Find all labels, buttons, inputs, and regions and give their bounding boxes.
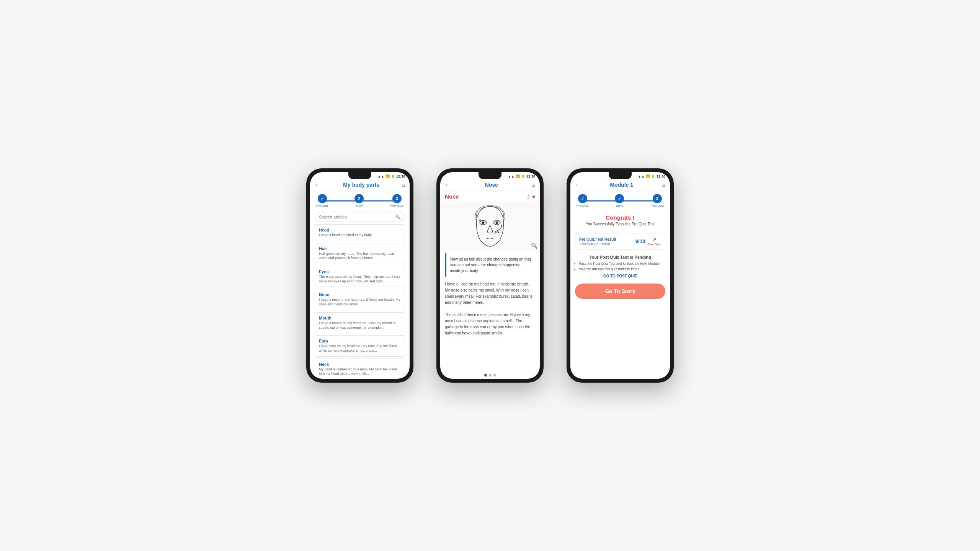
article-desc-eyes: There are eyes on my head. They help me … <box>319 275 401 284</box>
pending-item-1: Pass the Post Quiz Test and Unlock the N… <box>579 262 665 266</box>
back-button-2[interactable]: ← <box>445 181 451 188</box>
article-list: Head I have a head attached to my body. … <box>310 224 410 379</box>
step-circle-postquiz-3: 3 <box>653 194 662 203</box>
step-label-postquiz-1: Post Quiz <box>390 204 403 207</box>
article-hair[interactable]: Hair Hair grows on my head. The hair mak… <box>315 243 405 264</box>
score: 9/10 <box>635 238 645 244</box>
phone-1: ▲▲ 📶 🔋 12:30 ← My body parts ⌂ ✓ Pre Q <box>306 168 413 383</box>
search-bar[interactable]: 🔍 <box>315 212 405 222</box>
article-nose[interactable]: Nose I have a nose on my head too. It he… <box>315 289 405 310</box>
wifi-icon-3: 📶 <box>646 174 650 178</box>
time-1: 12:30 <box>396 174 405 178</box>
signal-icon-3: ▲▲ <box>638 174 645 178</box>
quiz-result-meta: 1 attempts | ✔ Passed <box>579 242 616 246</box>
article-desc-head: I have a head attached to my body. <box>319 233 401 238</box>
signal-icon: ▲▲ <box>377 174 384 178</box>
step-label-story-1: Story <box>356 204 363 207</box>
pending-title: Your Post Quiz Test is Pending <box>575 255 665 259</box>
article-desc-neck: My head is connected to a neck. My neck … <box>319 367 401 376</box>
step-label-postquiz-3: Post Quiz <box>650 204 664 207</box>
phone-1-screen: ▲▲ 📶 🔋 12:30 ← My body parts ⌂ ✓ Pre Q <box>310 172 410 379</box>
back-button-3[interactable]: ← <box>575 181 581 188</box>
article-title-head: Head <box>319 228 401 232</box>
quote-text: Now let us talk about the changes going … <box>450 257 531 273</box>
article-mouth[interactable]: Mouth I have a mouth on my head too. I u… <box>315 312 405 333</box>
congrats-title: Congrats ! <box>575 214 665 221</box>
article-ears[interactable]: Ears I have ears on my head too. My ears… <box>315 335 405 356</box>
status-icons-3: ▲▲ 📶 🔋 12:30 <box>638 174 665 178</box>
wifi-icon: 📶 <box>385 174 390 178</box>
nose-illustration <box>467 204 513 248</box>
phone-1-header: ← My body parts ⌂ <box>310 179 410 191</box>
article-desc-hair: Hair grows on my head. The hair makes my… <box>319 252 401 261</box>
article-title-ears: Ears <box>319 339 401 343</box>
article-desc-ears: I have ears on my head too. My ears help… <box>319 344 401 353</box>
article-title-hair: Hair <box>319 246 401 251</box>
quiz-result-left: Pre Quiz Test Result 1 attempts | ✔ Pass… <box>579 237 616 246</box>
story-para-1: I have a nose on my head too. It helps m… <box>445 281 535 306</box>
article-title-mouth: Mouth <box>319 316 401 320</box>
nose-article-title: Nose <box>445 193 459 200</box>
phone-notch-1 <box>348 172 371 179</box>
article-eyes[interactable]: Eyes There are eyes on my head. They hel… <box>315 266 405 287</box>
step-prequiz-1: ✓ Pre Quiz <box>316 194 328 207</box>
battery-icon-2: 🔋 <box>521 174 525 178</box>
quiz-result-label: Pre Quiz Test Result <box>579 237 616 241</box>
phone-1-title: My body parts <box>343 182 379 188</box>
congrats-sub: You Successfully Pass the Pre Quiz Test <box>575 222 665 226</box>
time-2: 12:30 <box>526 174 535 178</box>
passed-badge: ✔ Passed <box>596 242 610 246</box>
time-3: 12:30 <box>657 174 665 178</box>
share-icon[interactable]: ⤴ <box>527 194 530 200</box>
dot-2 <box>489 374 492 377</box>
nose-title-row: Nose ⤴ ♥ <box>440 191 540 201</box>
quiz-result-right: 9/10 ↗ Take Quiz <box>635 236 661 246</box>
step-label-prequiz-3: Pre Quiz <box>577 204 588 207</box>
article-title-nose: Nose <box>319 292 401 297</box>
congrats-section: Congrats ! You Successfully Pass the Pre… <box>570 210 670 230</box>
phone-3: ▲▲ 📶 🔋 12:30 ← Module 1 ⌂ ✓ Pre Quiz <box>567 168 674 383</box>
progress-section-1: ✓ Pre Quiz 2 Story 3 Post Quiz <box>310 191 410 210</box>
phones-container: ▲▲ 📶 🔋 12:30 ← My body parts ⌂ ✓ Pre Q <box>306 168 674 383</box>
dot-3 <box>493 374 496 377</box>
zoom-icon[interactable]: 🔍 <box>531 243 537 249</box>
story-para-2: The smell of these meals pleases me. But… <box>445 312 535 336</box>
step-circle-story-1: 2 <box>354 194 364 203</box>
phone-notch-3 <box>609 172 632 179</box>
phone-3-title: Module 1 <box>610 182 633 188</box>
progress-bar-3: ✓ Pre Quiz ✓ Story 3 Post Quiz <box>577 194 664 207</box>
take-quiz-button[interactable]: ↗ Take Quiz <box>647 236 661 246</box>
svg-point-1 <box>482 222 484 224</box>
back-button-1[interactable]: ← <box>315 181 321 188</box>
step-label-prequiz-1: Pre Quiz <box>316 204 328 207</box>
phone-2-screen: ▲▲ 📶 🔋 12:30 ← Nose ⌂ Nose ⤴ ♥ <box>440 172 540 379</box>
article-head[interactable]: Head I have a head attached to my body. <box>315 224 405 241</box>
wifi-icon-2: 📶 <box>516 174 520 178</box>
quote-box: Now let us talk about the changes going … <box>445 253 535 277</box>
home-button-3[interactable]: ⌂ <box>662 182 665 188</box>
dot-indicators <box>440 372 540 379</box>
step-circle-story-3: ✓ <box>615 194 624 203</box>
phone-2-header: ← Nose ⌂ <box>440 179 540 191</box>
take-quiz-label: Take Quiz <box>647 243 661 246</box>
phone-notch-2 <box>479 172 501 179</box>
article-neck[interactable]: Neck My head is connected to a neck. My … <box>315 359 405 379</box>
pending-item-2: You can attempt this quiz multiple times <box>579 267 665 271</box>
status-icons-2: ▲▲ 📶 🔋 12:30 <box>508 174 535 178</box>
step-story-3: ✓ Story <box>615 194 624 207</box>
phone-2-title: Nose <box>485 182 498 188</box>
step-circle-prequiz-1: ✓ <box>318 194 327 203</box>
attempts-text: 1 attempts <box>579 242 593 246</box>
heart-icon[interactable]: ♥ <box>532 194 535 200</box>
article-title-neck: Neck <box>319 362 401 367</box>
battery-icon: 🔋 <box>391 174 395 178</box>
battery-icon-3: 🔋 <box>651 174 655 178</box>
search-input[interactable] <box>319 215 395 219</box>
nose-image: 🔍 <box>440 201 540 251</box>
home-button-2[interactable]: ⌂ <box>532 182 535 188</box>
goto-story-button[interactable]: Go To Story <box>575 284 665 299</box>
progress-bar-1: ✓ Pre Quiz 2 Story 3 Post Quiz <box>316 194 403 207</box>
phone-3-screen: ▲▲ 📶 🔋 12:30 ← Module 1 ⌂ ✓ Pre Quiz <box>570 172 670 379</box>
home-button-1[interactable]: ⌂ <box>402 182 405 188</box>
go-post-quiz-link[interactable]: GO TO POST QUIZ <box>575 274 665 278</box>
